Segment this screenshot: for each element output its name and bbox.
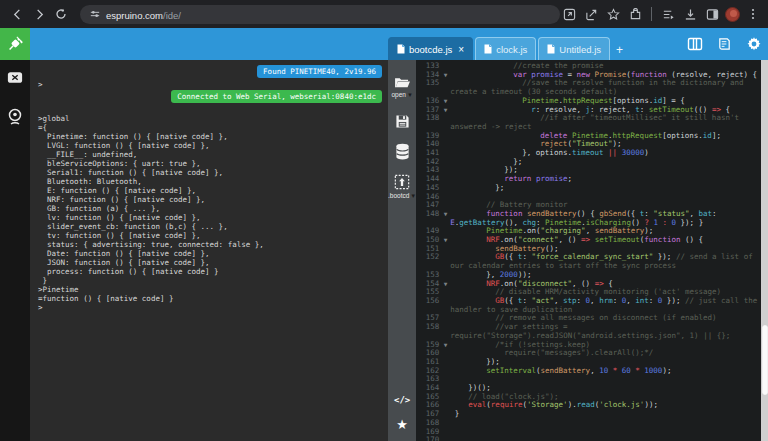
scrollbar-thumb[interactable] [762,325,768,395]
code-line[interactable]: 145}; [416,184,768,193]
terminal-line: JSON: function () { [native code] }, [38,258,382,267]
line-number: 158 [416,323,450,340]
terminal-line: LVGL: function () { [native code] }, [38,141,382,150]
side-panel-icon[interactable] [703,5,721,23]
code-line[interactable]: 135//save the resolve function in the di… [416,79,768,96]
tab-label: Untitled.js [559,44,601,55]
terminal-line [38,105,382,114]
storage-icon[interactable] [395,143,410,160]
download-icon[interactable] [681,5,699,23]
reload-icon[interactable] [52,4,70,24]
terminal-line: > [38,80,382,89]
editor-tab[interactable]: clock.js [475,37,536,60]
code-line[interactable]: 168 [416,419,768,428]
code-line[interactable]: 146 [416,193,768,202]
code-editor[interactable]: 133//create the promise134▼var promise =… [416,60,768,441]
file-icon [484,44,492,54]
tutorials-book-icon[interactable] [717,36,732,52]
split-view-icon[interactable] [687,36,703,52]
back-icon[interactable] [8,4,26,24]
terminal-side-strip [0,60,30,441]
code-line[interactable]: 169 [416,428,768,437]
device-found-badge: Found PINETIME40, 2v19.96 [257,65,382,78]
code-line[interactable]: 150▼NRF.on("connect", () => setTimeout(f… [416,236,768,245]
code-editor-icon[interactable]: </> [394,395,410,405]
code-line[interactable]: 157// remove all messages on disconnect … [416,314,768,323]
code-line[interactable]: 152GB({ t: "force_calendar_sync_start" }… [416,253,768,270]
upload-to-device-icon[interactable] [394,174,410,190]
extensions-icon[interactable] [626,5,644,23]
line-number: 170 [416,436,450,441]
terminal-line: tv: function () { [native code] }, [38,231,382,240]
line-number: 152 [416,253,450,270]
url-host: espruino.com [106,10,163,21]
code-line[interactable]: 167} [416,410,768,419]
terminal-line: bleServiceOptions: { uart: true }, [38,159,382,168]
code-line[interactable]: 170 [416,436,768,441]
forward-icon[interactable] [30,4,48,24]
connected-badge: Connected to Web Serial, webserial:0840:… [171,90,382,103]
code-line[interactable]: 143}); [416,166,768,175]
terminal-line: status: { advertising: true, connected: … [38,240,382,249]
terminal-line: process: function () { [native code] } [38,267,382,276]
terminal-line: NRF: function () { [native code] }, [38,195,382,204]
code-line[interactable]: 138//if after "timeoutMillisec" it still… [416,114,768,131]
chevron-down-icon: ▼ [407,92,413,98]
ide-toolbar: open▼ .bootcd▼ </> ★ [388,60,416,441]
toolbar-separator [651,7,652,21]
settings-gear-icon[interactable] [746,36,762,52]
save-file-icon[interactable] [395,114,410,129]
terminal-line: Bluetooth: Bluetooth, [38,177,382,186]
terminal-line: >global [38,114,382,123]
new-tab-button[interactable]: + [612,43,628,60]
editor-tab[interactable]: Untitled.js [538,37,610,60]
code-line[interactable]: 160require("messages").clearAll();*/ [416,349,768,358]
espruino-web-ide-window: espruino.com/ide/ [0,0,768,441]
terminal-line: ={ [38,123,382,132]
flash-destination-dropdown[interactable]: .bootcd▼ [388,192,416,199]
code-line[interactable]: 148▼function sendBattery() { gbSend({ t:… [416,210,768,227]
terminal-line: lv: function () { [native code] }, [38,213,382,222]
code-line[interactable]: 144return promise; [416,175,768,184]
terminal-line: slider_event_cb: function (b,c) { ... }, [38,222,382,231]
reading-list-icon[interactable] [659,5,677,23]
code-line[interactable]: 141}, options.timeout || 30000) [416,149,768,158]
address-bar[interactable]: espruino.com/ide/ [80,5,560,24]
tab-label: bootcde.js [409,44,452,55]
terminal-line: >Pinetime [38,285,382,294]
code-line[interactable]: 156GB({ t: "act", stp: 0, hrm: 0, int: 0… [416,297,768,314]
line-number: 156 [416,297,450,314]
code-line[interactable]: 166eval(require('Storage').read('clock.j… [416,401,768,410]
line-number: 135 [416,79,450,96]
file-icon [397,44,405,54]
terminal-line: } [38,276,382,285]
open-dropdown[interactable]: open▼ [391,91,412,98]
open-file-icon[interactable] [394,76,411,89]
terminal-line: __FILE__: undefined, [38,150,382,159]
clear-terminal-icon[interactable] [6,68,24,86]
repl-terminal[interactable]: Found PINETIME40, 2v19.96>Connected to W… [30,60,388,441]
webcam-icon[interactable] [6,108,24,126]
tab-close-icon[interactable]: × [458,44,464,55]
line-number: 148▼ [416,210,450,227]
share-icon[interactable] [582,5,600,23]
terminal-line: Serial1: function () { [native code] }, [38,168,382,177]
site-info-icon[interactable] [90,9,100,19]
code-line[interactable]: 142}; [416,158,768,167]
terminal-line: =function () { [native code] } [38,294,382,303]
bookmark-star-icon[interactable] [604,5,622,23]
open-in-new-icon[interactable] [560,5,578,23]
code-line[interactable]: 162setInterval(sendBattery, 10 * 60 * 10… [416,367,768,376]
ide-header: bootcde.js×clock.jsUntitled.js+ [0,28,768,60]
favorites-star-icon[interactable]: ★ [396,419,408,431]
browser-menu-kebab-icon[interactable] [744,5,762,23]
code-line[interactable]: 158//var settings = require("Storage").r… [416,323,768,340]
line-number: 138 [416,114,450,131]
editor-scrollbar[interactable] [761,60,768,441]
editor-tab[interactable]: bootcde.js× [388,37,473,60]
connect-button[interactable] [0,28,30,60]
terminal-line: > [38,303,382,312]
profile-avatar[interactable] [725,7,740,22]
editor-tab-bar: bootcde.js×clock.jsUntitled.js+ [388,37,628,60]
plug-icon [6,35,24,53]
